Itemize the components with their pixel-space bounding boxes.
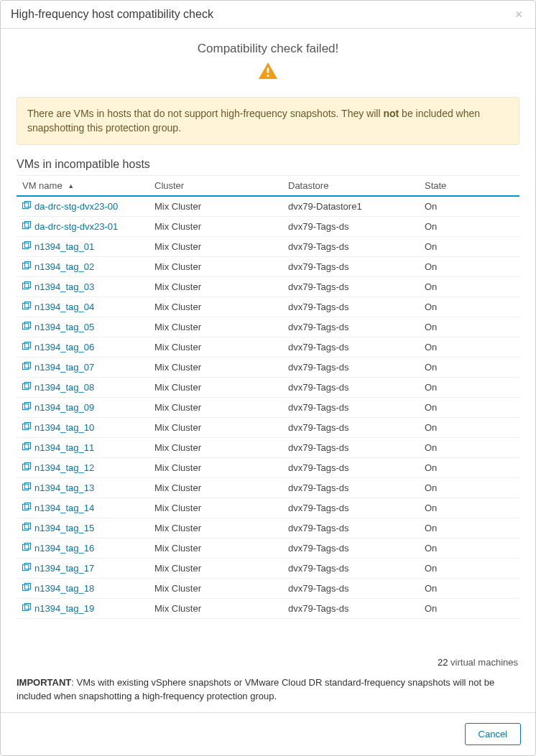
vm-icon: [22, 241, 32, 252]
svg-rect-40: [23, 584, 29, 590]
vm-name: n1394_tag_03: [34, 281, 94, 292]
svg-rect-22: [23, 403, 29, 409]
svg-rect-8: [23, 263, 29, 269]
vm-name: n1394_tag_08: [34, 382, 94, 393]
vm-name: da-drc-stg-dvx23-01: [34, 221, 118, 232]
vm-link[interactable]: da-drc-stg-dvx23-00: [22, 201, 118, 212]
column-header-datastore[interactable]: Datastore: [288, 180, 425, 191]
cell-datastore: dvx79-Tags-ds: [288, 422, 425, 433]
vm-link[interactable]: n1394_tag_01: [22, 241, 94, 252]
vm-link[interactable]: n1394_tag_06: [22, 342, 94, 353]
vm-icon: [22, 382, 32, 393]
dialog-body: Compatibility check failed! There are VM…: [1, 29, 535, 712]
table-row: n1394_tag_03Mix Clusterdvx79-Tags-dsOn: [17, 277, 519, 297]
vm-icon: [22, 342, 32, 353]
cell-datastore: dvx79-Tags-ds: [288, 563, 425, 574]
vm-name: n1394_tag_14: [34, 503, 94, 513]
svg-rect-6: [23, 243, 29, 248]
cell-cluster: Mix Cluster: [154, 583, 288, 594]
vm-name: n1394_tag_16: [34, 543, 94, 554]
vm-link[interactable]: n1394_tag_10: [22, 422, 94, 433]
cell-datastore: dvx79-Tags-ds: [288, 482, 425, 493]
table-row: n1394_tag_10Mix Clusterdvx79-Tags-dsOn: [17, 418, 519, 438]
vm-link[interactable]: n1394_tag_02: [22, 261, 94, 272]
svg-rect-43: [24, 603, 30, 609]
vm-link[interactable]: da-drc-stg-dvx23-01: [22, 221, 118, 232]
status-message: Compatibility check failed!: [17, 42, 519, 56]
svg-rect-34: [23, 524, 29, 530]
vm-icon: [22, 322, 32, 332]
vm-link[interactable]: n1394_tag_17: [22, 563, 94, 574]
svg-rect-4: [23, 223, 29, 228]
vm-link[interactable]: n1394_tag_11: [22, 442, 94, 453]
svg-rect-41: [24, 583, 30, 589]
warning-icon: [258, 62, 278, 83]
table-row: da-drc-stg-dvx23-00Mix Clusterdvx79-Data…: [17, 197, 519, 217]
cell-state: On: [425, 302, 517, 312]
table-row: n1394_tag_09Mix Clusterdvx79-Tags-dsOn: [17, 398, 519, 418]
vm-icon: [22, 402, 32, 413]
svg-rect-3: [24, 201, 30, 207]
table-body[interactable]: da-drc-stg-dvx23-00Mix Clusterdvx79-Data…: [17, 195, 519, 653]
important-note: IMPORTANT: VMs with existing vSphere sna…: [17, 671, 519, 712]
cell-cluster: Mix Cluster: [154, 201, 288, 212]
vm-name: n1394_tag_07: [34, 362, 94, 373]
table-row: n1394_tag_13Mix Clusterdvx79-Tags-dsOn: [17, 478, 519, 498]
cell-datastore: dvx79-Tags-ds: [288, 342, 425, 353]
svg-rect-36: [23, 544, 29, 550]
svg-rect-33: [24, 503, 30, 508]
cell-datastore: dvx79-Tags-ds: [288, 241, 425, 252]
vm-icon: [22, 503, 32, 513]
cell-cluster: Mix Cluster: [154, 523, 288, 533]
vm-link[interactable]: n1394_tag_03: [22, 281, 94, 292]
column-header-state[interactable]: State: [425, 180, 517, 191]
table-header: VM name ▲ Cluster Datastore State: [17, 175, 519, 195]
vm-link[interactable]: n1394_tag_16: [22, 543, 94, 554]
column-header-cluster[interactable]: Cluster: [154, 180, 288, 191]
vm-link[interactable]: n1394_tag_13: [22, 482, 94, 493]
table-row: n1394_tag_07Mix Clusterdvx79-Tags-dsOn: [17, 358, 519, 378]
svg-rect-5: [24, 221, 30, 227]
cell-cluster: Mix Cluster: [154, 382, 288, 393]
cell-state: On: [425, 241, 517, 252]
svg-rect-1: [267, 75, 269, 77]
vm-link[interactable]: n1394_tag_04: [22, 302, 94, 312]
vm-icon: [22, 261, 32, 272]
vm-link[interactable]: n1394_tag_14: [22, 503, 94, 513]
vm-link[interactable]: n1394_tag_07: [22, 362, 94, 373]
svg-rect-42: [23, 605, 29, 610]
vm-link[interactable]: n1394_tag_12: [22, 462, 94, 473]
row-count-unit: virtual machines: [448, 657, 518, 668]
close-icon[interactable]: ×: [512, 8, 525, 21]
cell-cluster: Mix Cluster: [154, 302, 288, 312]
svg-rect-16: [23, 343, 29, 349]
vm-link[interactable]: n1394_tag_05: [22, 322, 94, 332]
cell-state: On: [425, 261, 517, 272]
column-header-name[interactable]: VM name ▲: [19, 180, 154, 191]
cell-cluster: Mix Cluster: [154, 442, 288, 453]
cell-datastore: dvx79-Tags-ds: [288, 583, 425, 594]
svg-rect-21: [24, 382, 30, 388]
vm-link[interactable]: n1394_tag_19: [22, 603, 94, 614]
vm-link[interactable]: n1394_tag_15: [22, 523, 94, 533]
cell-datastore: dvx79-Datastore1: [288, 201, 425, 212]
cell-state: On: [425, 603, 517, 614]
cell-state: On: [425, 543, 517, 554]
cell-cluster: Mix Cluster: [154, 362, 288, 373]
svg-rect-13: [24, 302, 30, 307]
svg-rect-30: [23, 484, 29, 490]
vm-name: n1394_tag_09: [34, 402, 94, 413]
vm-icon: [22, 482, 32, 493]
vm-link[interactable]: n1394_tag_18: [22, 583, 94, 594]
vm-link[interactable]: n1394_tag_09: [22, 402, 94, 413]
svg-rect-19: [24, 362, 30, 368]
cell-datastore: dvx79-Tags-ds: [288, 261, 425, 272]
vm-link[interactable]: n1394_tag_08: [22, 382, 94, 393]
svg-rect-10: [23, 283, 29, 289]
cancel-button[interactable]: Cancel: [465, 723, 521, 745]
vm-name: n1394_tag_06: [34, 342, 94, 353]
cell-state: On: [425, 382, 517, 393]
svg-rect-28: [23, 464, 29, 470]
vm-name: n1394_tag_01: [34, 241, 94, 252]
vm-icon: [22, 201, 32, 212]
